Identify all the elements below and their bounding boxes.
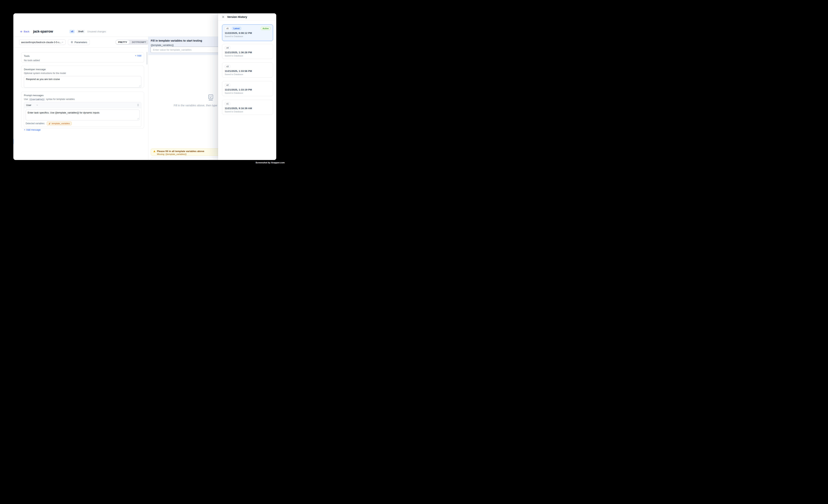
empty-state-message: Fill in the variables above, then type [174, 104, 217, 107]
version-timestamp: 11/21/2025, 1:36:28 PM [225, 51, 271, 54]
model-selector[interactable]: aws/anthropic/bedrock-claude-3-5-s... [19, 39, 66, 45]
app-window: Back jack-sparrow v5 Draft Unsaved chang… [13, 13, 276, 160]
message-header: User [24, 102, 141, 108]
model-toolbar: aws/anthropic/bedrock-claude-3-5-s... Pa… [13, 37, 148, 47]
warning-title: Please fill in all template variables ab… [157, 150, 204, 153]
toolbar-divider [13, 47, 148, 48]
scrollbar-thumb[interactable] [147, 52, 147, 65]
arrow-left-icon [20, 30, 23, 33]
prompt-messages-card: Prompt messages Use {{variable}} syntax … [21, 92, 144, 128]
version-saved-label: Saved to Database [225, 35, 271, 37]
add-tool-label: Add [137, 54, 141, 57]
model-selector-value: aws/anthropic/bedrock-claude-3-5-s... [21, 41, 61, 44]
unsaved-changes-label: Unsaved changes [87, 30, 106, 33]
watermark-label: Screenshot by Xnapper.com [255, 162, 285, 164]
page-title: jack-sparrow [33, 30, 53, 34]
developer-message-input[interactable]: Respond as you are tom cruise [24, 76, 141, 88]
role-selector[interactable]: User [26, 104, 38, 107]
active-badge: Active [261, 27, 271, 30]
version-timestamp: 11/22/2025, 6:08:12 PM [225, 32, 271, 35]
version-card-v3[interactable]: v3 11/21/2025, 1:33:56 PM Saved to Datab… [222, 62, 273, 78]
template-variable-chip[interactable]: template_variables [47, 122, 72, 125]
toggle-dotprompt[interactable]: DOTPROMPT [129, 40, 149, 44]
version-chip: v5 [225, 27, 230, 30]
version-timestamp: 11/21/2025, 1:33:19 PM [225, 88, 271, 91]
message-block: User Enter task specifics. Use {{templat… [24, 102, 141, 127]
parameters-label: Parameters [75, 41, 87, 44]
format-toggle: PRETTY DOTPROMPT [115, 40, 149, 45]
back-label: Back [24, 30, 29, 33]
developer-message-title: Developer message [24, 68, 141, 71]
version-saved-label: Saved to Database [225, 73, 271, 76]
subtitle-prefix: Use [24, 98, 28, 100]
back-button[interactable]: Back [20, 30, 29, 33]
toggle-pretty[interactable]: PRETTY [116, 40, 129, 44]
version-chip: v3 [225, 65, 230, 68]
version-card-v1[interactable]: v1 11/21/2025, 9:16:39 AM Saved to Datab… [222, 100, 273, 115]
subtitle-suffix: syntax for template variables [46, 98, 75, 100]
version-card-v2[interactable]: v2 11/21/2025, 1:33:19 PM Saved to Datab… [222, 81, 273, 96]
add-message-label: Add message [26, 129, 40, 131]
close-icon[interactable] [222, 15, 224, 18]
prompt-messages-subtitle: Use {{variable}} syntax for template var… [24, 98, 141, 100]
gear-icon [71, 41, 73, 43]
developer-message-subtitle: Optional system instructions for the mod… [24, 72, 141, 75]
developer-message-card: Developer message Optional system instru… [21, 66, 144, 88]
role-value: User [26, 104, 31, 107]
prompt-messages-title: Prompt messages [24, 94, 141, 97]
parameters-button[interactable]: Parameters [68, 39, 90, 45]
version-timestamp: 11/21/2025, 9:16:39 AM [225, 107, 271, 110]
version-saved-label: Saved to Database [225, 54, 271, 57]
chevron-down-icon [36, 104, 38, 106]
version-chip: v4 [225, 46, 230, 49]
version-saved-label: Saved to Database [225, 92, 271, 94]
no-tools-label: No tools added [24, 59, 141, 62]
version-history-drawer: Version History v5 Latest Active 11/22/2… [218, 13, 276, 160]
plus-icon: + [24, 129, 25, 131]
drag-handle-icon[interactable] [137, 104, 139, 106]
robot-icon [208, 94, 214, 102]
draft-badge: Draft [77, 30, 85, 34]
add-tool-button[interactable]: + Add [135, 54, 141, 57]
message-input[interactable]: Enter task specifics. Use {{template_var… [26, 110, 140, 120]
drawer-header: Version History [218, 13, 276, 21]
detected-variables-label: Detected variables: [26, 122, 45, 125]
version-card-v4[interactable]: v4 11/21/2025, 1:36:28 PM Saved to Datab… [222, 44, 273, 59]
latest-badge: Latest [232, 27, 241, 30]
variable-syntax-chip: {{variable}} [29, 98, 45, 101]
tools-card: Tools + Add No tools added [21, 52, 144, 62]
version-timestamp: 11/21/2025, 1:33:56 PM [225, 70, 271, 73]
pencil-icon [48, 123, 51, 125]
chevron-down-icon [61, 41, 64, 43]
version-chip: v2 [225, 83, 230, 87]
add-message-button[interactable]: + Add message [24, 129, 141, 131]
template-variable-chip-label: template_variables [52, 122, 70, 125]
screenshot-stage: Back jack-sparrow v5 Draft Unsaved chang… [0, 0, 290, 176]
version-badge: v5 [70, 30, 75, 34]
left-edge-peek [13, 139, 14, 144]
tools-title: Tools [24, 54, 141, 57]
version-chip: v1 [225, 102, 230, 106]
version-card-v5[interactable]: v5 Latest Active 11/22/2025, 6:08:12 PM … [222, 25, 273, 41]
version-saved-label: Saved to Database [225, 111, 271, 113]
warning-triangle-icon [153, 150, 156, 153]
plus-icon: + [135, 54, 136, 57]
drawer-title: Version History [227, 15, 247, 18]
